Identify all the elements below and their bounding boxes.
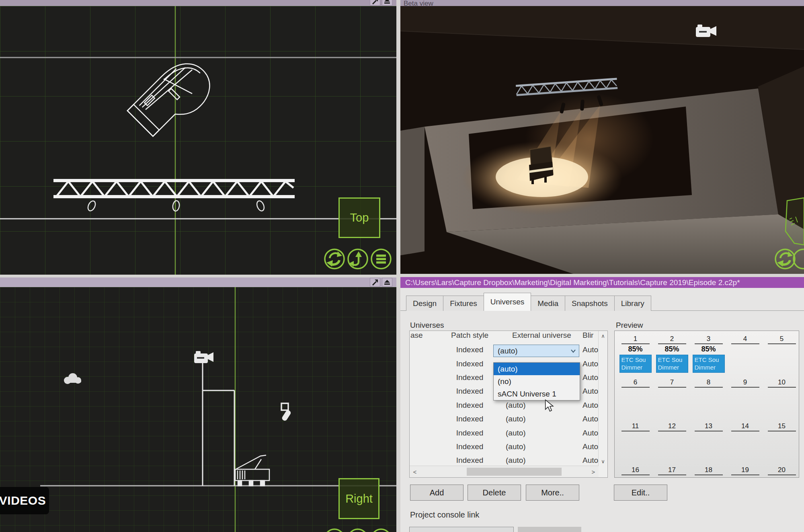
scrollbar-thumb[interactable] bbox=[467, 468, 562, 476]
preview-channel[interactable]: 18 bbox=[690, 466, 727, 475]
preview-channel[interactable]: 14 bbox=[727, 422, 763, 431]
preview-channel[interactable]: 11 bbox=[617, 422, 654, 431]
project-console-link-button[interactable] bbox=[518, 527, 581, 532]
popout-icon[interactable] bbox=[370, 0, 380, 6]
dropdown-item-no[interactable]: (no) bbox=[494, 375, 580, 388]
channel-level: 85% bbox=[628, 345, 642, 353]
preview-channel[interactable]: 9 bbox=[727, 378, 763, 388]
scroll-up-icon[interactable]: ∧ bbox=[599, 332, 607, 340]
tab-fixtures[interactable]: Fixtures bbox=[443, 296, 484, 311]
channel-level: 85% bbox=[701, 345, 716, 353]
top-view-titlebar bbox=[0, 0, 396, 6]
external-universe-dropdown: (auto) (no) sACN Universe 1 bbox=[493, 362, 580, 401]
scroll-right-icon[interactable]: > bbox=[588, 466, 599, 477]
table-horizontal-scrollbar[interactable]: < > bbox=[410, 466, 599, 477]
rotate-view-icon[interactable] bbox=[325, 249, 344, 269]
dropdown-item-sacn[interactable]: sACN Universe 1 bbox=[494, 388, 580, 400]
preview-channel[interactable]: 6 bbox=[617, 378, 654, 388]
view-menu-icon[interactable] bbox=[371, 249, 391, 269]
delete-button[interactable]: Delete bbox=[468, 485, 521, 501]
preview-channel[interactable]: 20 bbox=[763, 466, 799, 475]
beta-view-titlebar: Beta view bbox=[400, 0, 804, 6]
preview-channel[interactable]: 17 bbox=[654, 466, 690, 475]
universes-section-label: Universes bbox=[410, 321, 444, 330]
preview-channel[interactable]: 4 bbox=[727, 335, 763, 373]
popout-icon[interactable] bbox=[370, 278, 380, 287]
mouse-cursor bbox=[545, 399, 557, 413]
project-path: C:\Users\Lars\Capture Dropbox\Marketing\… bbox=[405, 278, 740, 287]
preview-channel[interactable]: 16 bbox=[617, 466, 654, 475]
videos-overlay-link[interactable]: VIDEOS bbox=[0, 487, 49, 514]
more-button[interactable]: More.. bbox=[526, 485, 579, 501]
preview-channel[interactable]: 7 bbox=[654, 378, 690, 388]
table-vertical-scrollbar[interactable]: ∧ ∨ bbox=[598, 331, 607, 466]
dmx-preview-grid: 1 85% ETC SouDimmer 2 85% ETC SouDimmer … bbox=[614, 331, 799, 478]
table-row[interactable]: Indexed (auto) Auto bbox=[410, 412, 599, 426]
chevron-down-icon bbox=[570, 349, 576, 353]
right-view-titlebar bbox=[0, 277, 396, 287]
preview-channel[interactable]: 1 85% ETC SouDimmer bbox=[617, 335, 654, 373]
project-path-titlebar: C:\Users\Lars\Capture Dropbox\Marketing\… bbox=[400, 277, 804, 288]
view-controls bbox=[324, 247, 396, 271]
right-view-canvas[interactable]: Right bbox=[0, 287, 396, 532]
tab-universes[interactable]: Universes bbox=[484, 293, 531, 311]
project-console-link-field[interactable] bbox=[409, 527, 514, 532]
fixture-chip[interactable]: ETC SouDimmer bbox=[693, 355, 725, 373]
preview-channel[interactable]: 10 bbox=[763, 378, 799, 388]
dropdown-item-auto[interactable]: (auto) bbox=[494, 363, 580, 375]
panel-tabs: Design Fixtures Universes Media Snapshot… bbox=[406, 293, 651, 311]
edit-button[interactable]: Edit.. bbox=[614, 485, 667, 501]
left-wall bbox=[400, 127, 425, 255]
scroll-left-icon[interactable]: < bbox=[410, 466, 420, 477]
tab-design[interactable]: Design bbox=[406, 296, 443, 311]
universes-table: ase Patch style External universe Blir I… bbox=[409, 331, 608, 478]
capture-app-window: Beta view C:\Users\Lars\Capture Dropbox\… bbox=[0, 0, 804, 532]
external-universe-combobox[interactable]: (auto) bbox=[493, 345, 579, 357]
view-orientation-label: Right bbox=[338, 478, 379, 519]
tab-library[interactable]: Library bbox=[614, 296, 651, 311]
table-row[interactable]: Indexed (auto) Auto bbox=[410, 426, 599, 440]
project-panel: Design Fixtures Universes Media Snapshot… bbox=[400, 288, 804, 532]
preview-channel[interactable]: 19 bbox=[727, 466, 763, 475]
project-console-link-label: Project console link bbox=[410, 510, 479, 520]
fixture-chip[interactable]: ETC SouDimmer bbox=[656, 355, 688, 373]
flip-view-icon[interactable] bbox=[348, 249, 367, 269]
beta-view-canvas[interactable] bbox=[400, 6, 804, 274]
preview-channel[interactable]: 8 bbox=[690, 378, 727, 388]
preview-channel[interactable]: 13 bbox=[690, 422, 727, 431]
add-button[interactable]: Add bbox=[410, 485, 464, 501]
scroll-down-icon[interactable]: ∨ bbox=[599, 457, 607, 465]
preview-channel[interactable]: 12 bbox=[654, 422, 690, 431]
tab-snapshots[interactable]: Snapshots bbox=[565, 296, 615, 311]
top-view-canvas[interactable]: Top bbox=[0, 6, 396, 275]
fixture-chip[interactable]: ETC SouDimmer bbox=[619, 355, 652, 373]
table-row[interactable]: Indexed (auto) Auto bbox=[410, 440, 599, 454]
beta-view-title: Beta view bbox=[404, 0, 433, 6]
preview-channel[interactable]: 15 bbox=[763, 422, 799, 431]
grid-lines bbox=[0, 6, 396, 275]
grid-lines bbox=[0, 287, 396, 532]
preview-section-label: Preview bbox=[616, 321, 643, 330]
eject-icon[interactable] bbox=[382, 278, 392, 287]
preview-channel[interactable]: 5 bbox=[763, 335, 799, 373]
eject-icon[interactable] bbox=[382, 0, 392, 6]
channel-level: 85% bbox=[665, 345, 679, 353]
view-orientation-label: Top bbox=[338, 197, 380, 238]
tab-media[interactable]: Media bbox=[531, 296, 565, 311]
preview-channel[interactable]: 3 85% ETC SouDimmer bbox=[690, 335, 727, 373]
preview-channel[interactable]: 2 85% ETC SouDimmer bbox=[654, 335, 690, 373]
table-header: ase Patch style External universe Blir bbox=[410, 331, 599, 343]
